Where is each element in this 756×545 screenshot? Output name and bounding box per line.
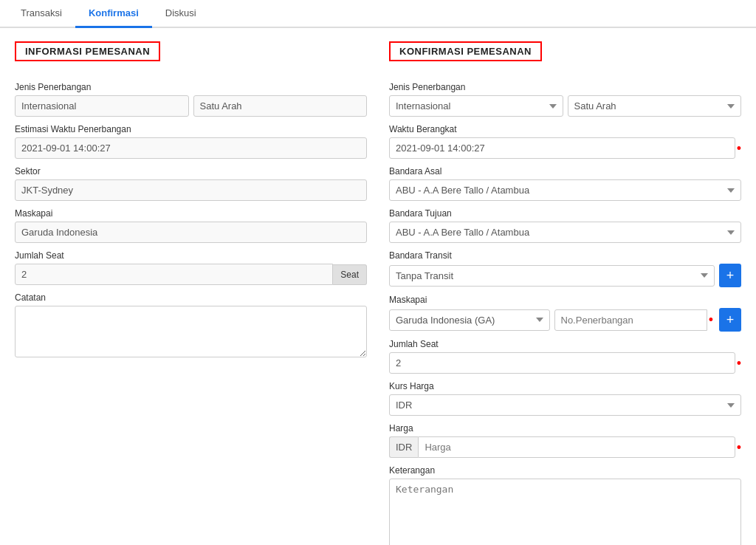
right-kurs-harga-label: Kurs Harga bbox=[389, 381, 741, 391]
right-harga-input[interactable] bbox=[418, 436, 735, 458]
left-catatan-textarea[interactable] bbox=[15, 306, 367, 357]
jumlah-seat-required-dot: • bbox=[737, 357, 741, 370]
right-harga-label: Harga bbox=[389, 423, 741, 433]
no-penerbangan-required-dot: • bbox=[709, 313, 713, 326]
left-jenis-arah-input[interactable] bbox=[193, 95, 368, 117]
right-section-header: KONFIRMASI PEMESANAN bbox=[389, 41, 542, 61]
left-jumlah-seat-input[interactable] bbox=[15, 264, 333, 285]
tabs-bar: Transaksi Konfirmasi Diskusi bbox=[0, 0, 756, 28]
right-jumlah-seat-input[interactable] bbox=[389, 352, 735, 374]
right-bandara-transit-select[interactable]: Tanpa Transit bbox=[389, 265, 715, 287]
tab-diskusi[interactable]: Diskusi bbox=[152, 0, 210, 28]
left-column: INFORMASI PEMESANAN Jenis Penerbangan Es… bbox=[15, 41, 367, 545]
right-kurs-harga-select[interactable]: IDR bbox=[389, 394, 741, 416]
harga-idr-prefix: IDR bbox=[389, 436, 418, 458]
right-bandara-asal-select[interactable]: ABU - A.A Bere Tallo / Atambua bbox=[389, 179, 741, 201]
right-maskapai-label: Maskapai bbox=[389, 295, 741, 305]
right-jenis-penerbangan-select[interactable]: Internasional bbox=[389, 95, 563, 117]
left-maskapai-input[interactable] bbox=[15, 222, 367, 243]
tab-konfirmasi[interactable]: Konfirmasi bbox=[75, 0, 152, 28]
right-bandara-transit-label: Bandara Transit bbox=[389, 250, 741, 261]
right-maskapai-select[interactable]: Garuda Indonesia (GA) bbox=[389, 309, 550, 331]
right-jenis-penerbangan-label: Jenis Penerbangan bbox=[389, 82, 741, 92]
left-sektor-input[interactable] bbox=[15, 179, 367, 201]
left-section-header: INFORMASI PEMESANAN bbox=[15, 41, 160, 61]
left-estimasi-label: Estimasi Waktu Penerbangan bbox=[15, 124, 367, 134]
left-sektor-label: Sektor bbox=[15, 166, 367, 176]
right-bandara-asal-label: Bandara Asal bbox=[389, 166, 741, 176]
right-jumlah-seat-label: Jumlah Seat bbox=[389, 339, 741, 349]
maskapai-add-button[interactable]: + bbox=[719, 308, 741, 332]
right-bandara-tujuan-label: Bandara Tujuan bbox=[389, 208, 741, 219]
left-jenis-penerbangan-input[interactable] bbox=[15, 95, 189, 117]
harga-required-dot: • bbox=[737, 441, 741, 454]
seat-button[interactable]: Seat bbox=[333, 264, 367, 285]
right-keterangan-label: Keterangan bbox=[389, 465, 741, 476]
waktu-required-dot: • bbox=[737, 142, 741, 155]
left-jenis-penerbangan-label: Jenis Penerbangan bbox=[15, 82, 367, 92]
right-jenis-arah-select[interactable]: Satu Arah bbox=[568, 95, 742, 117]
left-catatan-label: Catatan bbox=[15, 292, 367, 303]
right-keterangan-textarea[interactable] bbox=[389, 479, 741, 545]
bandara-transit-add-button[interactable]: + bbox=[719, 264, 741, 287]
right-bandara-tujuan-select[interactable]: ABU - A.A Bere Tallo / Atambua bbox=[389, 222, 741, 243]
tab-transaksi[interactable]: Transaksi bbox=[7, 0, 75, 28]
main-content: INFORMASI PEMESANAN Jenis Penerbangan Es… bbox=[0, 28, 756, 545]
right-waktu-berangkat-input[interactable] bbox=[389, 137, 735, 159]
left-estimasi-input[interactable] bbox=[15, 137, 367, 159]
right-waktu-berangkat-label: Waktu Berangkat bbox=[389, 124, 741, 134]
right-column: KONFIRMASI PEMESANAN Jenis Penerbangan I… bbox=[389, 41, 741, 545]
left-maskapai-label: Maskapai bbox=[15, 208, 367, 219]
left-jumlah-seat-label: Jumlah Seat bbox=[15, 250, 367, 261]
right-no-penerbangan-input[interactable] bbox=[554, 309, 707, 331]
